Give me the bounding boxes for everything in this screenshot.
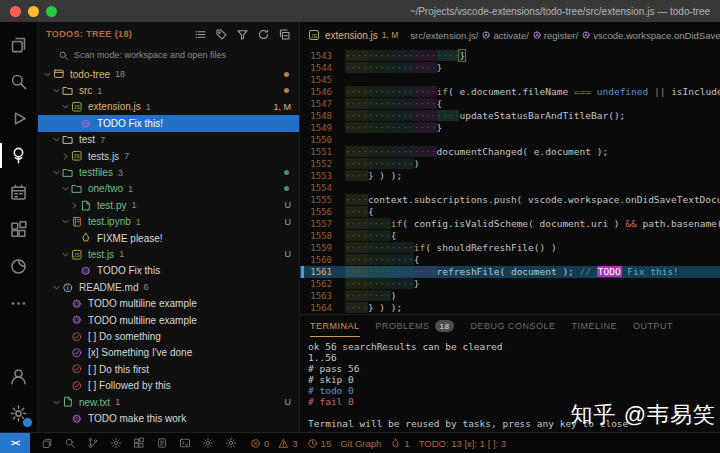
remote-indicator[interactable]: ><	[0, 433, 30, 453]
panel-tab-timeline[interactable]: TIMELINE	[571, 315, 617, 337]
status-segment-error[interactable]: 0	[250, 438, 269, 449]
code-line[interactable]: 1547················{	[300, 98, 720, 110]
tree-item[interactable]: [ ] Do something	[38, 328, 299, 344]
tree-item[interactable]: FIXME please!	[38, 230, 299, 246]
chevron-down-icon[interactable]	[51, 283, 62, 292]
chevron-down-icon[interactable]	[60, 217, 71, 226]
status-branch-button[interactable]	[87, 437, 99, 449]
panel-tab-problems[interactable]: PROBLEMS18	[376, 315, 455, 337]
chevron-down-icon[interactable]	[51, 398, 62, 407]
breadcrumb-item[interactable]: src/extension.js/	[410, 30, 478, 41]
code-line[interactable]: 1548····················updateStatusBarA…	[300, 110, 720, 122]
status-segment-warning[interactable]: 3	[278, 438, 297, 449]
activity-item-account[interactable]	[0, 358, 37, 395]
zoom-button[interactable]	[46, 6, 57, 17]
tree-item[interactable]: [ ] Followed by this	[38, 377, 299, 393]
chevron-down-icon[interactable]	[51, 86, 62, 95]
tree-item[interactable]: JStests.js7	[38, 148, 299, 164]
code-area[interactable]: 1543····················}1544···········…	[300, 48, 720, 314]
tree-item[interactable]: one/two1	[38, 181, 299, 197]
chevron-down-icon[interactable]	[42, 70, 53, 79]
tree-item[interactable]: TODO multiline example	[38, 312, 299, 328]
minimize-button[interactable]	[28, 6, 39, 17]
code-line[interactable]: 1564····} ) );	[300, 302, 720, 314]
chevron-down-icon[interactable]	[51, 168, 62, 177]
code-line[interactable]: 1552············)	[300, 158, 720, 170]
code-line[interactable]: 1554	[300, 182, 720, 194]
toolbar-filter-button[interactable]	[236, 28, 249, 41]
status-gear-button[interactable]	[225, 437, 237, 449]
toolbar-collapse-button[interactable]	[278, 28, 291, 41]
tree-item[interactable]: TODO make this work	[38, 410, 299, 426]
tree-item[interactable]: testfiles3	[38, 164, 299, 180]
tree-item[interactable]: [ ] Do this first	[38, 361, 299, 377]
code-line[interactable]: 1560············{	[300, 254, 720, 266]
tree-item[interactable]: [x] Something I've done	[38, 345, 299, 361]
tree-item[interactable]: TODO Fix this	[38, 263, 299, 279]
close-button[interactable]	[10, 6, 21, 17]
status-segment[interactable]: Git Graph	[340, 438, 381, 449]
code-line[interactable]: 1551················documentChanged( e.d…	[300, 146, 720, 158]
activity-item-debug[interactable]	[0, 100, 37, 137]
code-line[interactable]: 1546················if( e.document.fileN…	[300, 86, 720, 98]
activity-item-files[interactable]	[0, 26, 37, 63]
tree-item[interactable]: TODO Fix this!	[38, 115, 299, 131]
tree-item[interactable]: JSextension.js11, M	[38, 99, 299, 115]
code-line[interactable]: 1559············if( shouldRefreshFile() …	[300, 242, 720, 254]
panel-tab-output[interactable]: OUTPUT	[633, 315, 673, 337]
status-extensions-button[interactable]	[133, 437, 145, 449]
tree-item[interactable]: new.txt1U	[38, 394, 299, 410]
activity-item-tree[interactable]	[0, 137, 37, 174]
code-line[interactable]: 1553····} ) );	[300, 170, 720, 182]
tree-item[interactable]: test.ipynb1U	[38, 214, 299, 230]
status-segment[interactable]: TODO: 13 [x]: 1 [ ]: 3	[419, 438, 506, 449]
chevron-right-icon[interactable]	[69, 201, 80, 210]
status-segment-clock[interactable]: 15	[307, 438, 332, 449]
tree-item[interactable]: README.md6	[38, 279, 299, 295]
chevron-right-icon[interactable]	[60, 152, 71, 161]
activity-item-search[interactable]	[0, 63, 37, 100]
activity-item-more[interactable]	[0, 285, 37, 322]
breadcrumb-item[interactable]: register/	[529, 30, 578, 41]
status-search-button[interactable]	[64, 437, 76, 449]
code-line[interactable]: 1555····context.subscriptions.push( vsco…	[300, 194, 720, 206]
activity-item-extensions[interactable]	[0, 211, 37, 248]
chevron-down-icon[interactable]	[60, 102, 71, 111]
chevron-down-icon[interactable]	[60, 250, 71, 259]
panel-tab-terminal[interactable]: TERMINAL	[310, 315, 360, 337]
tree-item[interactable]: src1	[38, 82, 299, 98]
code-line[interactable]: 1561················refreshFile( documen…	[300, 266, 720, 278]
code-line[interactable]: 1545	[300, 74, 720, 86]
code-line[interactable]: 1562············}	[300, 278, 720, 290]
code-line[interactable]: 1543····················}	[300, 50, 720, 62]
status-files-button[interactable]	[41, 437, 53, 449]
code-line[interactable]: 1550	[300, 134, 720, 146]
breadcrumb-item[interactable]: vscode.workspace.onDidSaveTe	[578, 30, 720, 41]
status-book-button[interactable]	[156, 437, 168, 449]
toolbar-tag-button[interactable]	[215, 28, 228, 41]
status-gear-button[interactable]	[110, 437, 122, 449]
tree-item[interactable]: test.py1U	[38, 197, 299, 213]
code-line[interactable]: 1557········if( config.isValidScheme( do…	[300, 218, 720, 230]
toolbar-flat-button[interactable]	[194, 28, 207, 41]
tree-item[interactable]: TODO multiline example	[38, 295, 299, 311]
chevron-down-icon[interactable]	[60, 184, 71, 193]
tree-item[interactable]: test7	[38, 132, 299, 148]
toolbar-refresh-button[interactable]	[257, 28, 270, 41]
code-line[interactable]: 1544················}	[300, 62, 720, 74]
tab-extension-js[interactable]: JS extension.js 1, M	[308, 29, 410, 41]
activity-item-gear[interactable]	[0, 395, 37, 432]
status-terminal-button[interactable]	[179, 437, 191, 449]
tree-item[interactable]: todo-tree18	[38, 66, 299, 82]
status-segment-flame[interactable]: 1	[390, 438, 409, 449]
chevron-down-icon[interactable]	[51, 135, 62, 144]
status-gear-button[interactable]	[202, 437, 214, 449]
panel-tab-debug-console[interactable]: DEBUG CONSOLE	[470, 315, 555, 337]
breadcrumb-item[interactable]: activate/	[478, 30, 528, 41]
code-line[interactable]: 1563········)	[300, 290, 720, 302]
code-line[interactable]: 1549················}	[300, 122, 720, 134]
tree-item[interactable]: JStest.js1U	[38, 246, 299, 262]
code-line[interactable]: 1556····{	[300, 206, 720, 218]
activity-item-disc[interactable]	[0, 248, 37, 285]
activity-item-calendar[interactable]	[0, 174, 37, 211]
